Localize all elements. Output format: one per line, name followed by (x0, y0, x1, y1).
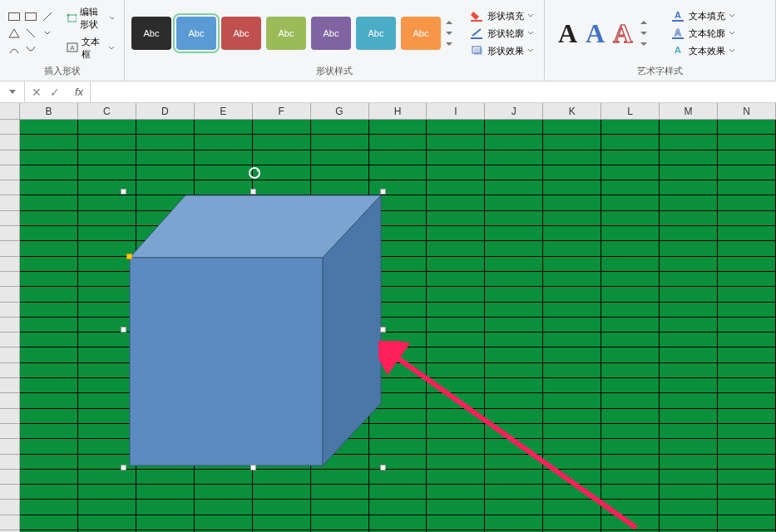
cell[interactable] (718, 195, 776, 210)
row-header[interactable] (0, 150, 20, 165)
cell[interactable] (369, 257, 428, 272)
cell[interactable] (253, 409, 311, 424)
cell[interactable] (718, 485, 776, 500)
cell[interactable] (718, 287, 776, 302)
formula-input[interactable] (90, 81, 776, 102)
cell[interactable] (718, 257, 776, 272)
cell[interactable] (311, 135, 369, 150)
cell[interactable] (20, 257, 78, 272)
cell[interactable] (195, 120, 253, 135)
cell[interactable] (311, 272, 369, 287)
cell[interactable] (427, 347, 485, 362)
cell[interactable] (660, 287, 718, 302)
cell[interactable] (78, 470, 136, 485)
cell[interactable] (718, 135, 776, 150)
cell[interactable] (718, 165, 776, 180)
wordart-gallery-expand[interactable] (640, 17, 652, 50)
cell[interactable] (311, 211, 369, 226)
col-header[interactable]: H (369, 103, 428, 119)
cell[interactable] (20, 500, 78, 515)
cell[interactable] (253, 515, 311, 530)
cell[interactable] (136, 424, 195, 439)
col-header[interactable]: L (601, 103, 660, 119)
shape-style-green[interactable]: Abc (266, 17, 306, 50)
cell[interactable] (543, 303, 601, 318)
cell[interactable] (369, 318, 428, 332)
cell[interactable] (195, 393, 253, 408)
cell[interactable] (601, 439, 660, 454)
text-fill-button[interactable]: A 文本填充 (669, 8, 739, 24)
cell[interactable] (601, 455, 660, 470)
cell[interactable] (660, 439, 718, 454)
cell[interactable] (78, 515, 136, 530)
cell[interactable] (485, 120, 543, 135)
cell[interactable] (195, 439, 253, 454)
cell[interactable] (660, 393, 718, 408)
cell[interactable] (601, 500, 660, 515)
cell[interactable] (660, 500, 718, 515)
cell[interactable] (427, 135, 485, 150)
cell[interactable] (660, 135, 718, 150)
cell[interactable] (311, 470, 369, 485)
row-header[interactable] (0, 455, 20, 470)
cell[interactable] (718, 424, 776, 439)
cell[interactable] (136, 470, 195, 485)
cell[interactable] (253, 470, 311, 485)
cell[interactable] (253, 135, 311, 150)
row-header[interactable] (0, 409, 20, 424)
fx-label[interactable]: fx (68, 86, 83, 98)
cell[interactable] (601, 180, 660, 195)
cell[interactable] (543, 180, 601, 195)
cell[interactable] (601, 165, 660, 180)
cell[interactable] (311, 180, 369, 195)
cell[interactable] (718, 363, 776, 378)
cell[interactable] (78, 455, 136, 470)
row-header[interactable] (0, 120, 20, 135)
row-header[interactable] (0, 378, 20, 393)
cell[interactable] (20, 347, 78, 362)
cell[interactable] (543, 515, 601, 530)
rect-shape-icon-2[interactable] (23, 9, 38, 24)
row-header[interactable] (0, 303, 20, 318)
cell[interactable] (20, 455, 78, 470)
cell[interactable] (718, 272, 776, 287)
cell[interactable] (601, 332, 660, 347)
cell[interactable] (660, 424, 718, 439)
cell[interactable] (543, 332, 601, 347)
cell[interactable] (78, 332, 136, 347)
cell[interactable] (485, 135, 543, 150)
cell[interactable] (136, 257, 195, 272)
cell[interactable] (136, 363, 195, 378)
cell[interactable] (485, 378, 543, 393)
cell[interactable] (718, 409, 776, 424)
cell[interactable] (20, 485, 78, 500)
cell[interactable] (601, 241, 660, 256)
cell[interactable] (485, 439, 543, 454)
cell[interactable] (718, 180, 776, 195)
cell[interactable] (20, 226, 78, 241)
line-shape-icon-2[interactable] (23, 26, 38, 41)
rect-shape-icon[interactable] (7, 9, 22, 24)
cell[interactable] (369, 470, 428, 485)
cell[interactable] (427, 195, 485, 210)
cell[interactable] (543, 195, 601, 210)
cell[interactable] (718, 347, 776, 362)
cell[interactable] (718, 211, 776, 226)
cell[interactable] (601, 303, 660, 318)
cell[interactable] (195, 500, 253, 515)
cell[interactable] (543, 455, 601, 470)
cell[interactable] (311, 515, 369, 530)
cell[interactable] (311, 500, 369, 515)
cell[interactable] (427, 211, 485, 226)
cell[interactable] (660, 378, 718, 393)
cell[interactable] (136, 500, 195, 515)
cell[interactable] (311, 165, 369, 180)
cell[interactable] (311, 195, 369, 210)
cell[interactable] (136, 241, 195, 256)
wordart-style-1[interactable]: A (558, 18, 577, 49)
cell[interactable] (195, 363, 253, 378)
cell[interactable] (20, 439, 78, 454)
row-header[interactable] (0, 439, 20, 454)
cell[interactable] (195, 455, 253, 470)
cell[interactable] (543, 318, 601, 332)
